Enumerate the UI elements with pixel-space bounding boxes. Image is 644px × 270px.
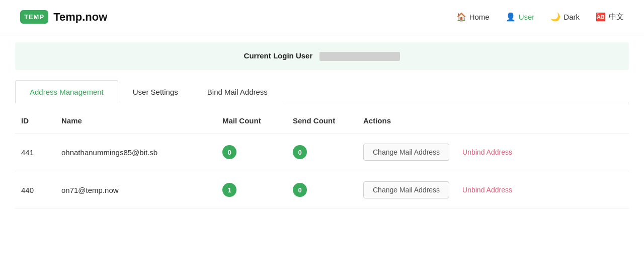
row-send-count: 0: [287, 133, 357, 171]
send-count-badge: 0: [293, 145, 307, 159]
row-actions: Change Mail Address Unbind Address: [357, 133, 629, 171]
change-mail-button[interactable]: Change Mail Address: [363, 181, 449, 198]
lang-icon: 🆎: [596, 12, 606, 22]
change-mail-button[interactable]: Change Mail Address: [363, 144, 449, 161]
send-count-badge: 0: [293, 183, 307, 197]
row-id: 441: [15, 133, 55, 171]
banner-label: Current Login User: [244, 51, 313, 60]
user-icon: 👤: [506, 12, 516, 22]
unbind-address-button[interactable]: Unbind Address: [453, 144, 521, 160]
lang-label: 中文: [609, 12, 624, 22]
banner-value: [319, 52, 400, 61]
table-wrap: ID Name Mail Count Send Count Actions 44…: [15, 103, 629, 209]
row-actions: Change Mail Address Unbind Address: [357, 171, 629, 209]
actions-cell: Change Mail Address Unbind Address: [363, 144, 623, 161]
row-name: on71@temp.now: [55, 171, 216, 209]
header: TEMP Temp.now 🏠 Home 👤 User 🌙 Dark 🆎 中文: [0, 0, 644, 34]
logo-text: Temp.now: [53, 11, 107, 24]
nav: 🏠 Home 👤 User 🌙 Dark 🆎 中文: [456, 12, 624, 22]
address-table: ID Name Mail Count Send Count Actions 44…: [15, 108, 629, 209]
mail-count-badge: 0: [222, 145, 236, 159]
user-nav[interactable]: 👤 User: [506, 12, 535, 22]
table-row: 440 on71@temp.now 1 0 Change Mail Addres…: [15, 171, 629, 209]
col-name-header: Name: [55, 108, 216, 133]
col-actions-header: Actions: [357, 108, 629, 133]
col-id-header: ID: [15, 108, 55, 133]
user-label: User: [519, 13, 535, 21]
actions-cell: Change Mail Address Unbind Address: [363, 181, 623, 198]
home-nav[interactable]: 🏠 Home: [456, 12, 490, 22]
home-icon: 🏠: [456, 12, 466, 22]
row-id: 440: [15, 171, 55, 209]
logo-box: TEMP: [20, 10, 48, 24]
lang-nav[interactable]: 🆎 中文: [596, 12, 624, 22]
tabs: Address Management User Settings Bind Ma…: [15, 80, 629, 103]
row-mail-count: 0: [216, 133, 287, 171]
col-send-header: Send Count: [287, 108, 357, 133]
login-banner: Current Login User: [15, 42, 629, 70]
dark-label: Dark: [564, 13, 580, 21]
table-row: 441 ohnathanummings85@bit.sb 0 0 Change …: [15, 133, 629, 171]
tab-bind[interactable]: Bind Mail Address: [193, 80, 282, 103]
mail-count-badge: 1: [222, 183, 236, 197]
unbind-address-button[interactable]: Unbind Address: [453, 182, 521, 198]
row-send-count: 0: [287, 171, 357, 209]
row-name: ohnathanummings85@bit.sb: [55, 133, 216, 171]
row-mail-count: 1: [216, 171, 287, 209]
col-mail-header: Mail Count: [216, 108, 287, 133]
logo-wrap: TEMP Temp.now: [20, 10, 107, 24]
moon-icon: 🌙: [550, 12, 560, 22]
home-label: Home: [469, 13, 490, 21]
dark-nav[interactable]: 🌙 Dark: [550, 12, 580, 22]
tab-settings[interactable]: User Settings: [118, 80, 193, 103]
tab-address[interactable]: Address Management: [15, 80, 118, 103]
